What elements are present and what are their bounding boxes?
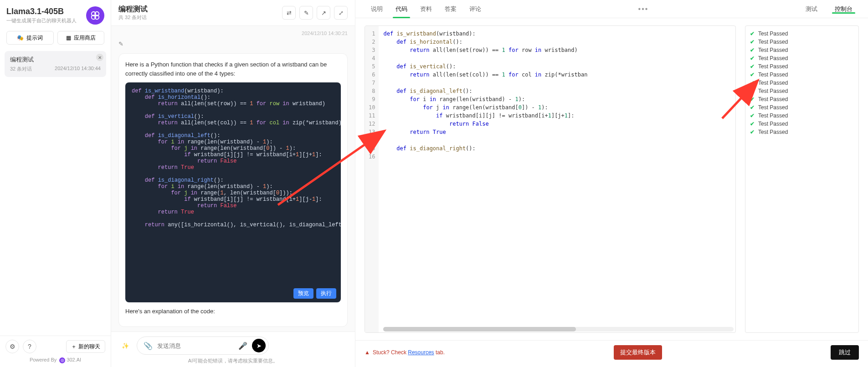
edit-icon[interactable]: ✎ xyxy=(299,6,313,20)
check-icon: ✔ xyxy=(750,96,755,102)
app-sidebar: Llama3.1-405B 一键生成属于自己的聊天机器人 🎭 提示词 ▦ 应用商… xyxy=(0,0,111,367)
test-row: ✔Test Passed xyxy=(750,95,854,103)
send-button[interactable]: ➤ xyxy=(252,339,266,352)
test-row: ✔Test Passed xyxy=(750,46,854,54)
tab-comments[interactable]: 评论 xyxy=(463,0,488,18)
assistant-after-text: Here's an explanation of the code: xyxy=(125,307,341,316)
preview-button[interactable]: 预览 xyxy=(293,288,313,299)
check-icon: ✔ xyxy=(750,104,755,111)
tab-resources[interactable]: 资料 xyxy=(414,0,438,18)
code-editor[interactable]: 12345678910111213141516 def is_wristband… xyxy=(365,25,736,333)
model-subtitle: 一键生成属于自己的聊天机器人 xyxy=(6,17,77,24)
test-label: Test Passed xyxy=(758,55,788,61)
test-label: Test Passed xyxy=(758,71,788,78)
tab-description[interactable]: 说明 xyxy=(365,0,389,18)
chat-pane: 编程测试 共 32 条对话 ⇄ ✎ ↗ ⤢ 2024/12/10 14:30:2… xyxy=(111,0,355,367)
resources-link[interactable]: Resources xyxy=(408,349,434,356)
microphone-icon[interactable]: 🎤 xyxy=(238,342,247,350)
test-row: ✔Test Passed xyxy=(750,112,854,120)
tab-answers[interactable]: 答案 xyxy=(438,0,463,18)
test-label: Test Passed xyxy=(758,96,788,102)
run-button[interactable]: 执行 xyxy=(316,288,336,299)
model-logo-icon xyxy=(86,6,104,25)
warning-icon: ▲ xyxy=(365,349,370,356)
swap-icon[interactable]: ⇄ xyxy=(282,6,296,20)
check-icon: ✔ xyxy=(750,88,755,94)
tab-code[interactable]: 代码 xyxy=(389,0,414,18)
test-row: ✔Test Passed xyxy=(750,87,854,95)
test-row: ✔Test Passed xyxy=(750,30,854,38)
check-icon: ✔ xyxy=(750,80,755,86)
submit-button[interactable]: 提交最终版本 xyxy=(614,345,662,360)
horizontal-scrollbar[interactable] xyxy=(383,327,734,331)
magic-icon[interactable]: ✨ xyxy=(118,339,132,352)
check-icon: ✔ xyxy=(750,71,755,78)
check-icon: ✔ xyxy=(750,121,755,127)
test-results: ✔Test Passed✔Test Passed✔Test Passed✔Tes… xyxy=(745,25,859,333)
code-block: def is_wristband(wristband): def is_hori… xyxy=(125,82,341,302)
check-icon: ✔ xyxy=(750,129,755,135)
test-row: ✔Test Passed xyxy=(750,103,854,112)
conversation-item[interactable]: 编程测试 32 条对话2024/12/10 14:30:44 ✕ xyxy=(5,51,106,77)
line-gutter: 12345678910111213141516 xyxy=(365,26,379,332)
app-store-button[interactable]: ▦ 应用商店 xyxy=(57,31,105,45)
disclaimer-text: AI可能会犯错误，请考虑核实重要信息。 xyxy=(118,357,348,364)
test-row: ✔Test Passed xyxy=(750,71,854,79)
chat-subtitle: 共 32 条对话 xyxy=(118,14,148,21)
prompt-button[interactable]: 🎭 提示词 xyxy=(6,31,54,45)
attach-icon[interactable]: 📎 xyxy=(144,342,153,350)
close-conversation-icon[interactable]: ✕ xyxy=(96,54,103,61)
check-icon: ✔ xyxy=(750,47,755,53)
test-label: Test Passed xyxy=(758,121,788,127)
new-chat-button[interactable]: ＋ 新的聊天 xyxy=(66,340,105,353)
test-row: ✔Test Passed xyxy=(750,38,854,46)
stuck-hint: ▲ Stuck? Check Resources tab. xyxy=(365,349,445,356)
test-label: Test Passed xyxy=(758,47,788,53)
test-row: ✔Test Passed xyxy=(750,79,854,87)
check-icon: ✔ xyxy=(750,55,755,61)
chat-input-bar: 📎 🎤 ➤ xyxy=(137,336,269,355)
chat-title: 编程测试 xyxy=(118,5,148,14)
check-icon: ✔ xyxy=(750,63,755,70)
test-label: Test Passed xyxy=(758,39,788,45)
tab-console[interactable]: 控制台 xyxy=(828,5,859,13)
test-label: Test Passed xyxy=(758,129,788,135)
test-label: Test Passed xyxy=(758,112,788,119)
test-row: ✔Test Passed xyxy=(750,128,854,136)
model-name: Llama3.1-405B xyxy=(6,7,77,16)
chat-header: 编程测试 共 32 条对话 ⇄ ✎ ↗ ⤢ xyxy=(111,0,355,26)
test-label: Test Passed xyxy=(758,104,788,111)
chat-input[interactable] xyxy=(157,342,234,349)
test-label: Test Passed xyxy=(758,80,788,86)
editor-code-area[interactable]: def is_wristband(wristband): def is_hori… xyxy=(379,26,735,332)
help-icon[interactable]: ? xyxy=(23,340,36,353)
test-label: Test Passed xyxy=(758,31,788,37)
scrollbar-thumb[interactable] xyxy=(383,327,576,331)
powered-by: Powered By ◎302.AI xyxy=(5,357,105,363)
more-icon[interactable]: ••• xyxy=(634,5,653,13)
edit-message-icon[interactable]: ✎ xyxy=(118,41,127,49)
test-row: ✔Test Passed xyxy=(750,54,854,62)
fullscreen-icon[interactable]: ⤢ xyxy=(334,6,348,20)
assistant-message: Here is a Python function that checks if… xyxy=(118,53,348,327)
skip-button[interactable]: 跳过 xyxy=(831,345,859,360)
tab-test[interactable]: 测试 xyxy=(799,5,824,13)
assistant-intro-text: Here is a Python function that checks if… xyxy=(125,60,341,78)
conversation-count: 32 条对话 xyxy=(10,66,32,72)
sidebar-header: Llama3.1-405B 一键生成属于自己的聊天机器人 xyxy=(0,0,111,28)
top-tabs: 说明 代码 资料 答案 评论 ••• 测试 控制台 xyxy=(355,0,868,18)
conversation-title: 编程测试 xyxy=(10,56,101,64)
conversation-time: 2024/12/10 14:30:44 xyxy=(55,66,101,72)
test-label: Test Passed xyxy=(758,63,788,70)
check-icon: ✔ xyxy=(750,112,755,119)
check-icon: ✔ xyxy=(750,39,755,45)
message-time: 2024/12/10 14:30:21 xyxy=(118,31,348,36)
test-row: ✔Test Passed xyxy=(750,120,854,128)
settings-icon[interactable]: ⚙ xyxy=(5,340,19,353)
test-label: Test Passed xyxy=(758,88,788,94)
check-icon: ✔ xyxy=(750,31,755,37)
test-row: ✔Test Passed xyxy=(750,62,854,71)
share-icon[interactable]: ↗ xyxy=(317,6,330,20)
editor-pane: 说明 代码 资料 答案 评论 ••• 测试 控制台 12345678910111… xyxy=(355,0,868,367)
